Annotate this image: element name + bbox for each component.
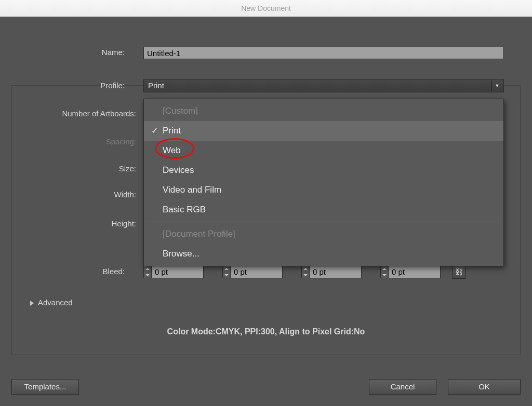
checkmark-icon: ✓ — [149, 121, 159, 141]
stepper-arrows-icon[interactable] — [301, 266, 310, 278]
bleed-link-button[interactable]: ⛓ — [452, 265, 466, 279]
profile-option-web[interactable]: Web — [144, 141, 503, 160]
profile-value: Print — [148, 81, 164, 90]
dropdown-caret-icon: ▼ — [491, 80, 502, 91]
name-input[interactable] — [143, 47, 504, 59]
size-label: Size: — [11, 164, 136, 173]
profile-select[interactable]: Print ▼ — [143, 79, 504, 92]
profile-option-custom[interactable]: [Custom] — [144, 101, 503, 121]
width-label: Width: — [11, 190, 136, 199]
bleed-top-stepper[interactable]: 0 pt — [143, 266, 204, 278]
profile-option-browse[interactable]: Browse... — [144, 244, 503, 264]
stepper-arrows-icon[interactable] — [380, 266, 389, 278]
dropdown-separator — [148, 222, 499, 222]
profile-option-devices[interactable]: Devices — [144, 160, 503, 180]
bleed-right-value[interactable]: 0 pt — [389, 266, 441, 278]
stepper-arrows-icon[interactable] — [222, 266, 231, 278]
bleed-right-stepper[interactable]: 0 pt — [380, 266, 441, 278]
bleed-top-value[interactable]: 0 pt — [152, 266, 204, 278]
window-titlebar: New Document — [0, 0, 532, 17]
profile-dropdown: [Custom] ✓ Print Web Devices Video and F… — [143, 99, 504, 266]
window-title: New Document — [241, 4, 291, 12]
height-label: Height: — [11, 219, 136, 228]
artboards-label: Number of Artboards: — [11, 109, 136, 118]
document-summary: Color Mode:CMYK, PPI:300, Align to Pixel… — [0, 327, 532, 336]
bleed-left-stepper[interactable]: 0 pt — [301, 266, 362, 278]
stepper-arrows-icon[interactable] — [143, 266, 152, 278]
spacing-label: Spacing: — [11, 137, 136, 146]
profile-option-document-profile[interactable]: [Document Profile] — [144, 224, 503, 244]
button-bar: Templates... Cancel OK — [11, 379, 521, 395]
advanced-toggle[interactable]: Advanced — [30, 298, 73, 307]
templates-button[interactable]: Templates... — [11, 379, 79, 395]
bleed-label: Bleed: — [0, 267, 125, 276]
ok-button[interactable]: OK — [448, 379, 521, 395]
dialog-body: Name: Profile: Print ▼ Number of Artboar… — [0, 17, 532, 406]
profile-option-basic-rgb[interactable]: Basic RGB — [144, 200, 503, 220]
advanced-label: Advanced — [38, 298, 73, 307]
bleed-bottom-stepper[interactable]: 0 pt — [222, 266, 283, 278]
profile-label: Profile: — [0, 81, 125, 90]
bleed-bottom-value[interactable]: 0 pt — [231, 266, 283, 278]
profile-option-print[interactable]: ✓ Print — [144, 121, 503, 141]
link-icon: ⛓ — [455, 267, 463, 276]
name-label: Name: — [0, 48, 125, 57]
profile-option-video[interactable]: Video and Film — [144, 180, 503, 200]
cancel-button[interactable]: Cancel — [369, 379, 436, 395]
disclosure-triangle-icon — [30, 301, 34, 306]
bleed-left-value[interactable]: 0 pt — [310, 266, 362, 278]
